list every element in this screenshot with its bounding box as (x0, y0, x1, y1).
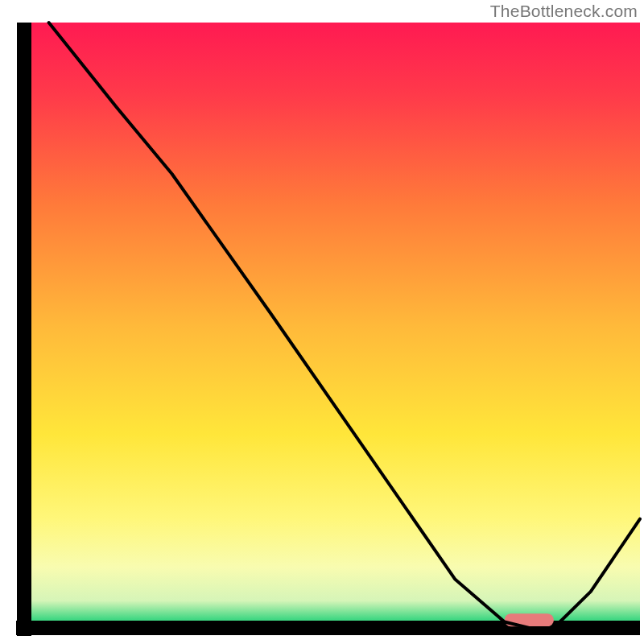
plot-area (24, 23, 640, 628)
svg-rect-0 (24, 23, 640, 628)
chart-svg (0, 0, 644, 644)
watermark-text: TheBottleneck.com (490, 2, 638, 21)
bottleneck-chart (0, 0, 644, 644)
